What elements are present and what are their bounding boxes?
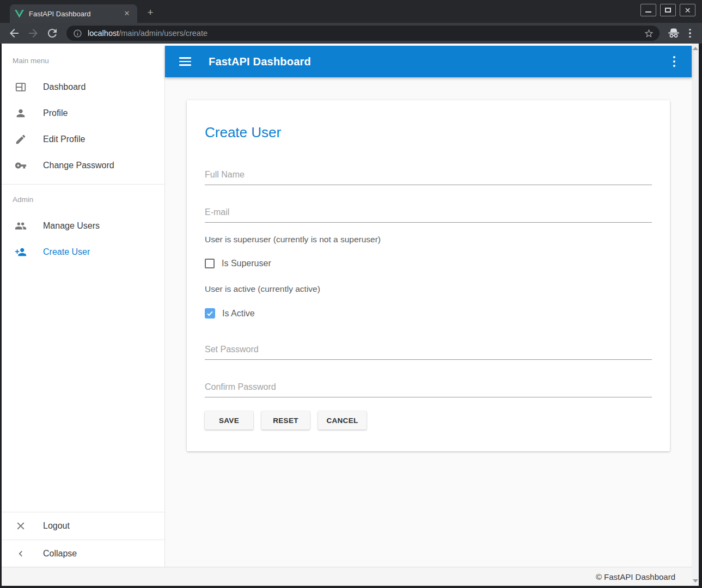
main-area: FastAPI Dashboard Create User <box>165 46 692 567</box>
scrollbar[interactable] <box>692 44 699 586</box>
sidebar-item-label: Logout <box>43 521 70 531</box>
sidebar-item-label: Profile <box>43 108 68 118</box>
checkmark-icon <box>207 310 212 316</box>
sidebar-item-logout[interactable]: Logout <box>2 512 164 540</box>
sidebar-item-label: Manage Users <box>43 221 100 231</box>
confirm-password-input[interactable] <box>205 382 652 397</box>
page-viewport: Main menu Dashboard <box>2 44 699 586</box>
browser-menu-button[interactable] <box>686 27 694 40</box>
url-host: localhost <box>88 29 119 38</box>
reload-button-icon[interactable] <box>46 27 59 40</box>
new-tab-button[interactable]: + <box>144 6 157 19</box>
bookmark-star-icon[interactable] <box>644 28 654 39</box>
active-hint: User is active (currently active) <box>205 284 652 294</box>
cancel-button[interactable]: CANCEL <box>318 411 367 430</box>
copyright-text: © FastAPI Dashboard <box>596 572 675 581</box>
email-input[interactable] <box>205 207 652 223</box>
appbar: FastAPI Dashboard <box>165 46 692 77</box>
set-password-input[interactable] <box>205 345 652 360</box>
save-button[interactable]: SAVE <box>205 411 253 430</box>
window-close-icon: ✕ <box>685 7 691 14</box>
sidebar-item-label: Change Password <box>43 161 114 170</box>
appbar-title: FastAPI Dashboard <box>209 56 311 68</box>
address-bar[interactable]: localhost/main/admin/users/create <box>66 26 660 41</box>
tab-close-icon[interactable]: ✕ <box>122 9 132 19</box>
sidebar-item-label: Edit Profile <box>43 134 85 144</box>
sidebar: Main menu Dashboard <box>2 46 165 567</box>
url-path: /main/admin/users/create <box>119 29 207 38</box>
url-text[interactable]: localhost/main/admin/users/create <box>88 29 644 38</box>
is-active-label: Is Active <box>222 309 255 318</box>
sidebar-section-main-menu: Main menu <box>2 46 164 65</box>
is-superuser-checkbox[interactable] <box>205 259 215 268</box>
browser-titlebar: FastAPI Dashboard ✕ + ✕ <box>0 0 702 23</box>
browser-toolbar: localhost/main/admin/users/create <box>0 23 702 44</box>
scrollbar-up-arrow-icon[interactable] <box>693 47 698 50</box>
create-user-card: Create User User is superuser (currently… <box>187 100 670 451</box>
sidebar-main-list: Dashboard Profile Edit P <box>2 74 164 179</box>
person-icon <box>15 107 27 119</box>
page-footer: © FastAPI Dashboard <box>2 567 692 586</box>
sidebar-item-label: Dashboard <box>43 82 86 92</box>
full-name-field <box>205 170 652 185</box>
set-password-field <box>205 345 652 360</box>
maximize-icon <box>665 8 671 13</box>
forward-button-icon[interactable] <box>27 27 40 40</box>
window-close-button[interactable]: ✕ <box>680 4 695 16</box>
vue-logo-icon <box>15 10 24 18</box>
window-minimize-button[interactable] <box>640 4 656 16</box>
sidebar-item-collapse[interactable]: Collapse <box>2 540 164 567</box>
scrollbar-down-arrow-icon[interactable] <box>693 579 698 583</box>
sidebar-item-dashboard[interactable]: Dashboard <box>2 74 164 100</box>
incognito-icon <box>667 28 680 39</box>
form-actions: SAVE RESET CANCEL <box>205 411 652 430</box>
is-active-checkbox[interactable] <box>205 308 215 318</box>
close-x-icon <box>15 520 27 532</box>
sidebar-item-edit-profile[interactable]: Edit Profile <box>2 126 164 152</box>
sidebar-item-manage-users[interactable]: Manage Users <box>2 213 164 239</box>
page-title: Create User <box>205 124 652 140</box>
key-icon <box>15 160 27 171</box>
appbar-overflow-menu-icon[interactable] <box>669 54 680 69</box>
sidebar-item-change-password[interactable]: Change Password <box>2 152 164 179</box>
content-area: Create User User is superuser (currently… <box>165 77 692 567</box>
email-field <box>205 207 652 223</box>
pencil-icon <box>15 133 27 145</box>
sidebar-bottom: Logout Collapse <box>2 512 164 567</box>
sidebar-section-admin: Admin <box>2 185 164 204</box>
back-button-icon[interactable] <box>8 27 21 40</box>
site-info-icon[interactable] <box>73 29 82 38</box>
tab-title: FastAPI Dashboard <box>29 10 122 18</box>
hamburger-menu-icon[interactable] <box>179 57 191 66</box>
sidebar-item-label: Collapse <box>43 549 77 559</box>
sidebar-item-create-user[interactable]: Create User <box>2 239 164 265</box>
minimize-icon <box>645 8 651 13</box>
browser-tab[interactable]: FastAPI Dashboard ✕ <box>10 4 137 23</box>
person-add-icon <box>15 246 27 258</box>
browser-window: FastAPI Dashboard ✕ + ✕ localhost/main/a… <box>0 0 702 588</box>
window-controls: ✕ <box>640 4 695 16</box>
is-superuser-label: Is Superuser <box>222 259 271 268</box>
superuser-hint: User is superuser (currently is not a su… <box>205 235 652 244</box>
sidebar-admin-list: Manage Users Create User <box>2 213 164 265</box>
sidebar-item-profile[interactable]: Profile <box>2 100 164 126</box>
confirm-password-field <box>205 382 652 397</box>
dashboard-icon <box>15 81 27 93</box>
chevron-left-icon <box>15 548 27 560</box>
is-active-row: Is Active <box>205 308 652 318</box>
full-name-input[interactable] <box>205 170 652 185</box>
window-maximize-button[interactable] <box>660 4 676 16</box>
people-icon <box>15 220 27 232</box>
reset-button[interactable]: RESET <box>261 411 310 430</box>
sidebar-item-label: Create User <box>43 247 90 257</box>
is-superuser-row: Is Superuser <box>205 259 652 268</box>
